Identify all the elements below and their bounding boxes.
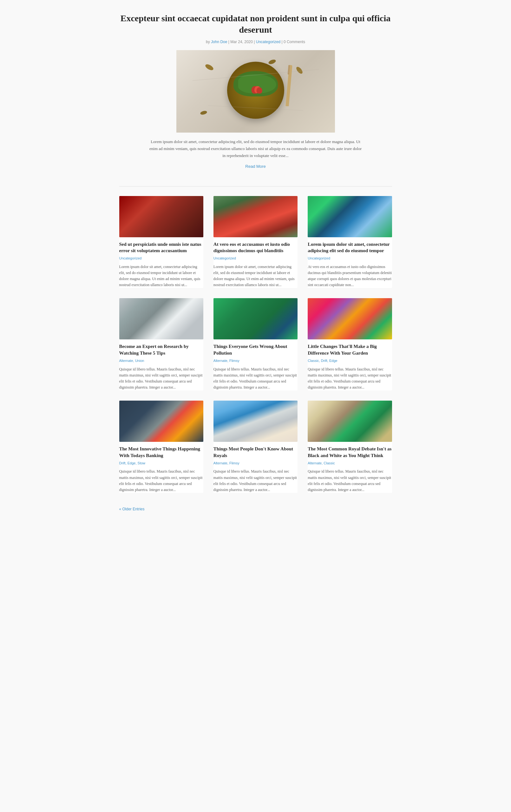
post-category-6[interactable]: Drift, Edge, Stow — [119, 461, 203, 466]
post-title-7[interactable]: Things Most People Don't Know About Roya… — [214, 446, 297, 459]
post-excerpt-8: Quisque id libero tellus. Mauris faucibu… — [308, 468, 392, 493]
post-excerpt-6: Quisque id libero tellus. Mauris faucibu… — [119, 468, 203, 493]
post-image-placeholder-4 — [214, 298, 297, 339]
post-image-0 — [119, 196, 203, 237]
featured-image — [176, 50, 335, 133]
post-image-placeholder-8 — [308, 401, 392, 442]
post-image-6 — [119, 401, 203, 442]
post-title-0[interactable]: Sed ut perspiciatis unde omnis iste natu… — [119, 241, 203, 254]
post-image-placeholder-3 — [119, 298, 203, 339]
featured-category-link[interactable]: Uncategorized — [256, 40, 280, 44]
post-image-placeholder-6 — [119, 401, 203, 442]
post-card: The Most Common Royal Debate Isn't as Bl… — [308, 401, 392, 493]
post-card: Things Most People Don't Know About Roya… — [214, 401, 297, 493]
post-title-4[interactable]: Things Everyone Gets Wrong About Polluti… — [214, 343, 297, 356]
older-entries-link[interactable]: « Older Entries — [119, 507, 145, 511]
post-card: Sed ut perspiciatis unde omnis iste natu… — [119, 196, 203, 288]
post-image-placeholder-0 — [119, 196, 203, 237]
featured-read-more[interactable]: Read More — [245, 164, 265, 169]
older-entries: « Older Entries — [119, 505, 392, 513]
post-title-6[interactable]: The Most Innovative Things Happening Wit… — [119, 446, 203, 459]
featured-title: Excepteur sint occaecat cupidatat non pr… — [119, 13, 392, 36]
post-image-placeholder-7 — [214, 401, 297, 442]
post-image-2 — [308, 196, 392, 237]
post-category-0[interactable]: Uncategorized — [119, 256, 203, 261]
post-image-placeholder-1 — [214, 196, 297, 237]
post-excerpt-4: Quisque id libero tellus. Mauris faucibu… — [214, 366, 297, 391]
post-excerpt-5: Quisque id libero tellus. Mauris faucibu… — [308, 366, 392, 391]
post-category-5[interactable]: Classic, Drift, Edge — [308, 358, 392, 364]
featured-excerpt: Lorem ipsum dolor sit amet, consectetur … — [148, 138, 364, 159]
separator — [119, 186, 392, 186]
post-image-placeholder-5 — [308, 298, 392, 339]
post-image-3 — [119, 298, 203, 339]
post-category-3[interactable]: Alternate, Union — [119, 358, 203, 364]
post-image-4 — [214, 298, 297, 339]
featured-comments: 0 Comments — [284, 40, 305, 44]
featured-post: Excepteur sint occaecat cupidatat non pr… — [119, 13, 392, 170]
post-category-8[interactable]: Alternate, Classic — [308, 461, 392, 466]
post-title-1[interactable]: At vero eos et accusamus et iusto odio d… — [214, 241, 297, 254]
post-card: The Most Innovative Things Happening Wit… — [119, 401, 203, 493]
post-card: Become an Expert on Research by Watching… — [119, 298, 203, 390]
post-image-1 — [214, 196, 297, 237]
featured-meta: by John Doe | Mar 24, 2020 | Uncategoriz… — [119, 39, 392, 45]
post-excerpt-7: Quisque id libero tellus. Mauris faucibu… — [214, 468, 297, 493]
post-excerpt-1: Lorem ipsum dolor sit amet, consectetur … — [214, 264, 297, 288]
post-title-8[interactable]: The Most Common Royal Debate Isn't as Bl… — [308, 446, 392, 459]
post-excerpt-2: At vero eos et accusamus et iusto odio d… — [308, 264, 392, 288]
featured-date: Mar 24, 2020 — [230, 40, 253, 44]
post-card: Things Everyone Gets Wrong About Polluti… — [214, 298, 297, 390]
post-category-2[interactable]: Uncategorized — [308, 256, 392, 261]
post-category-4[interactable]: Alternate, Flimsy — [214, 358, 297, 364]
post-excerpt-3: Quisque id libero tellus. Mauris faucibu… — [119, 366, 203, 391]
post-card: Lorem ipsum dolor sit amet, consectetur … — [308, 196, 392, 288]
featured-author-link[interactable]: John Doe — [211, 40, 227, 44]
post-title-2[interactable]: Lorem ipsum dolor sit amet, consectetur … — [308, 241, 392, 254]
post-title-5[interactable]: Little Changes That'll Make a Big Differ… — [308, 343, 392, 356]
post-image-8 — [308, 401, 392, 442]
posts-grid: Sed ut perspiciatis unde omnis iste natu… — [119, 196, 392, 493]
post-title-3[interactable]: Become an Expert on Research by Watching… — [119, 343, 203, 356]
page-wrapper: Excepteur sint occaecat cupidatat non pr… — [113, 0, 398, 526]
post-category-1[interactable]: Uncategorized — [214, 256, 297, 261]
post-card: At vero eos et accusamus et iusto odio d… — [214, 196, 297, 288]
post-image-5 — [308, 298, 392, 339]
featured-image-placeholder — [176, 50, 335, 133]
post-excerpt-0: Lorem ipsum dolor sit amet, consectetur … — [119, 264, 203, 288]
post-image-7 — [214, 401, 297, 442]
post-card: Little Changes That'll Make a Big Differ… — [308, 298, 392, 390]
post-category-7[interactable]: Alternate, Flimsy — [214, 461, 297, 466]
post-image-placeholder-2 — [308, 196, 392, 237]
